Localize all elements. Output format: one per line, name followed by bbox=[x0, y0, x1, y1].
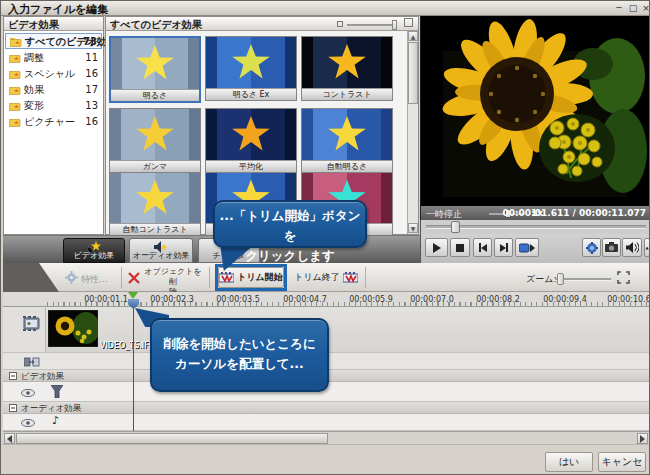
gallery-scrollbar[interactable]: ▲ ▼ bbox=[407, 31, 418, 234]
playhead-line bbox=[133, 307, 134, 431]
properties-button[interactable]: 特性... bbox=[81, 273, 108, 286]
folder-star-icon bbox=[9, 101, 21, 111]
properties-gear-icon bbox=[65, 271, 78, 284]
clip-filename: VIDEO_TS.IFO bbox=[100, 341, 155, 350]
play-icon bbox=[433, 243, 441, 253]
category-panel: ビデオ効果 すべてのビデオ効果 73 調整 11 スペシャル 16 効果 17 … bbox=[3, 16, 104, 235]
close-icon[interactable]: × bbox=[640, 3, 650, 14]
playhead-arrow bbox=[128, 292, 138, 299]
effect-thumbnail-star bbox=[231, 115, 271, 153]
eye-icon[interactable] bbox=[21, 389, 35, 397]
tab-audio-effects[interactable]: オーディオ効果 bbox=[129, 238, 193, 263]
folder-star-icon bbox=[9, 117, 21, 127]
film-track-icon bbox=[23, 315, 41, 332]
sidebar-item-adjust[interactable]: 調整 11 bbox=[5, 50, 102, 66]
folder-star-icon bbox=[10, 37, 22, 47]
timeline-hscrollbar[interactable] bbox=[3, 431, 650, 444]
timeline-ruler[interactable]: 00:00:01.1 00:00:02.3 00:00:03.5 00:00:0… bbox=[3, 292, 650, 307]
play-button[interactable] bbox=[425, 238, 448, 257]
seek-row bbox=[420, 220, 650, 234]
cancel-button[interactable]: キャンセル bbox=[598, 452, 646, 472]
thumbnail-size-slider-thumb[interactable] bbox=[392, 20, 397, 30]
stop-button[interactable] bbox=[450, 238, 470, 257]
split-tool-button[interactable] bbox=[582, 238, 601, 257]
folder-star-icon bbox=[9, 69, 21, 79]
minimize-icon[interactable]: ─ bbox=[613, 3, 625, 14]
audio-effects-track bbox=[3, 414, 650, 431]
eye-icon[interactable] bbox=[21, 419, 35, 427]
trim-end-icon bbox=[343, 272, 358, 284]
audio-effect-track-icon: ♪ bbox=[52, 415, 59, 426]
next-scene-button[interactable] bbox=[515, 238, 539, 257]
effect-thumbnail-star bbox=[231, 43, 271, 81]
fit-screen-icon[interactable] bbox=[617, 271, 630, 284]
zoom-label: ズーム: bbox=[526, 273, 556, 286]
transition-track-icon bbox=[24, 356, 40, 368]
next-frame-icon bbox=[506, 243, 508, 252]
title-bar[interactable]: 入力ファイルを編集 ─ □ × bbox=[1, 1, 650, 16]
sidebar-item-transform[interactable]: 変形 13 bbox=[5, 98, 102, 114]
footer-bar: はい キャンセル bbox=[2, 444, 650, 475]
small-thumbnail-icon bbox=[337, 21, 343, 27]
window-title: 入力ファイルを編集 bbox=[8, 2, 108, 17]
effect-thumbnail-star bbox=[327, 43, 367, 81]
seek-slider-thumb[interactable] bbox=[451, 221, 460, 233]
next-frame-button[interactable] bbox=[494, 238, 513, 257]
effect-tile-gamma[interactable]: ガンマ bbox=[109, 108, 201, 173]
playback-status-bar: 一時停止 1x 00:00:01.611 / 00:00:11.077 bbox=[421, 206, 650, 220]
prev-frame-icon bbox=[481, 244, 487, 252]
scroll-left-icon[interactable] bbox=[4, 433, 15, 444]
collapse-icon[interactable] bbox=[9, 404, 17, 412]
snapshot-camera-icon bbox=[605, 242, 619, 253]
large-thumbnail-icon bbox=[404, 18, 413, 27]
scroll-up-icon[interactable]: ▲ bbox=[408, 31, 418, 41]
volume-dropdown-arrow-icon: ▲ bbox=[645, 245, 648, 250]
folder-star-icon bbox=[9, 85, 21, 95]
clip-thumbnail bbox=[48, 310, 98, 347]
tutorial-bubble-trim: ...「トリム開始」ボタンを クリックします bbox=[213, 200, 367, 248]
next-scene-icon bbox=[519, 243, 535, 253]
effect-thumbnail-star bbox=[135, 44, 175, 82]
time-display: 00:00:01.611 / 00:00:11.077 bbox=[502, 208, 646, 218]
folder-star-icon bbox=[9, 53, 21, 63]
sidebar-item-effects[interactable]: 効果 17 bbox=[5, 82, 102, 98]
gallery-scrollbar-thumb[interactable] bbox=[408, 42, 418, 104]
effect-tile-contrast[interactable]: コントラスト bbox=[301, 36, 393, 101]
yes-button[interactable]: はい bbox=[545, 452, 593, 472]
audio-effects-section-header[interactable]: オーディオ効果 bbox=[3, 402, 650, 414]
category-panel-header: ビデオ効果 bbox=[4, 17, 103, 31]
blue-gear-icon bbox=[586, 242, 598, 254]
effect-thumbnail-star bbox=[327, 115, 367, 153]
hscrollbar-thumb[interactable] bbox=[16, 433, 328, 444]
maximize-icon[interactable]: □ bbox=[627, 3, 639, 14]
effect-thumbnail-star bbox=[135, 115, 175, 153]
effect-tile-auto-brightness[interactable]: 自動明るさ bbox=[301, 108, 393, 173]
effect-tile-auto-contrast[interactable]: 自動コントラスト bbox=[109, 172, 201, 236]
collapse-icon[interactable] bbox=[9, 372, 17, 380]
effect-thumbnail-star bbox=[135, 178, 175, 216]
thumbnail-size-slider[interactable] bbox=[347, 24, 395, 26]
prev-frame-button[interactable] bbox=[473, 238, 492, 257]
video-preview-sunflower[interactable] bbox=[421, 16, 650, 206]
delete-x-icon bbox=[128, 272, 140, 284]
effect-tile-brightness-ex[interactable]: 明るさ Ex bbox=[205, 36, 297, 101]
snapshot-button[interactable] bbox=[602, 238, 621, 257]
stop-icon bbox=[456, 244, 464, 252]
effect-tile-brightness[interactable]: 明るさ bbox=[109, 36, 201, 103]
effect-tile-equalize[interactable]: 平均化 bbox=[205, 108, 297, 173]
volume-button[interactable] bbox=[622, 238, 642, 257]
tutorial-bubble-cursor: 削除を開始したいところに カーソルを配置して... bbox=[150, 318, 329, 392]
tab-video-effects[interactable]: ビデオ効果 bbox=[63, 238, 125, 263]
video-effect-track-icon bbox=[51, 385, 63, 398]
sidebar-item-all-video-effects[interactable]: すべてのビデオ効果 73 bbox=[5, 33, 102, 49]
scroll-right-icon[interactable] bbox=[637, 433, 648, 444]
sidebar-item-picture[interactable]: ピクチャー 16 bbox=[5, 114, 102, 130]
trim-end-button[interactable]: トリム終了 bbox=[293, 267, 359, 288]
edit-input-file-dialog: 入力ファイルを編集 ─ □ × ビデオ効果 すべてのビデオ効果 73 調整 11… bbox=[0, 0, 650, 475]
zoom-slider-thumb[interactable] bbox=[557, 273, 564, 285]
sidebar-item-special[interactable]: スペシャル 16 bbox=[5, 66, 102, 82]
volume-expand-button[interactable]: ▲ bbox=[644, 238, 650, 257]
scroll-down-icon[interactable]: ▼ bbox=[408, 223, 418, 233]
volume-icon bbox=[626, 242, 639, 253]
